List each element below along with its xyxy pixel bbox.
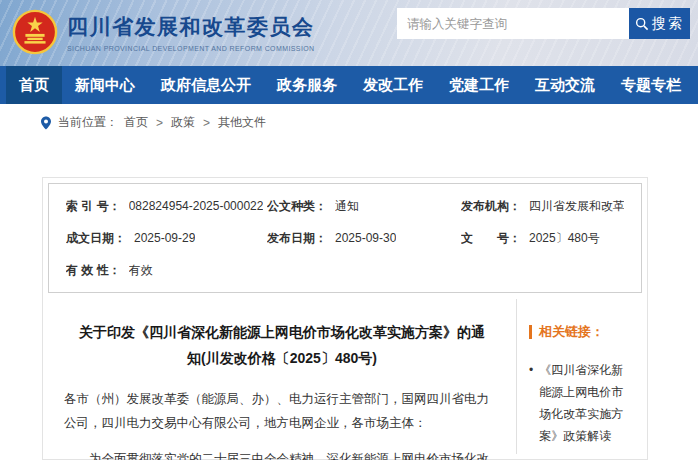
breadcrumb-other-documents[interactable]: 其他文件	[218, 114, 266, 131]
site-brand[interactable]: 四川省发展和改革委员会 SICHUAN PROVINCIAL DEVELOPME…	[12, 9, 315, 55]
site-subtitle: SICHUAN PROVINCIAL DEVELOPMENT AND REFOR…	[67, 45, 315, 52]
related-links-panel: 相关链接： • 《四川省深化新能源上网电价市场化改革实施方案》政策解读	[516, 299, 642, 454]
search-button[interactable]: 搜索	[629, 8, 690, 39]
meta-index-number: 索 引 号： 082824954-2025-000022	[66, 195, 267, 217]
breadcrumb: 当前位置： 首页 > 政策 > 其他文件	[0, 104, 698, 141]
document-meta-table: 索 引 号： 082824954-2025-000022 公文种类： 通知 发布…	[48, 183, 642, 293]
meta-validity: 有 效 性： 有效	[66, 259, 267, 281]
search-input[interactable]	[397, 8, 629, 39]
meta-written-date: 成文日期： 2025-09-29	[66, 227, 267, 249]
nav-item-data-release[interactable]: 数据发布	[694, 66, 698, 104]
nav-item-party-building[interactable]: 党建工作	[436, 66, 522, 104]
nav-item-home[interactable]: 首页	[6, 66, 62, 104]
content-container: 索 引 号： 082824954-2025-000022 公文种类： 通知 发布…	[42, 177, 648, 460]
article-column: 关于印发《四川省深化新能源上网电价市场化改革实施方案》的通知(川发改价格〔202…	[48, 299, 516, 454]
bullet-icon: •	[529, 359, 533, 447]
search-button-label: 搜索	[652, 15, 684, 33]
site-header: 四川省发展和改革委员会 SICHUAN PROVINCIAL DEVELOPME…	[0, 0, 698, 66]
related-link-policy-interpretation[interactable]: • 《四川省深化新能源上网电价市场化改革实施方案》政策解读	[529, 359, 634, 447]
search-icon	[635, 17, 649, 31]
national-emblem-icon	[12, 9, 58, 55]
breadcrumb-separator: >	[156, 116, 163, 130]
location-pin-icon	[40, 116, 52, 130]
nav-item-special-topics[interactable]: 专题专栏	[608, 66, 694, 104]
site-title: 四川省发展和改革委员会	[67, 13, 315, 41]
breadcrumb-policy[interactable]: 政策	[171, 114, 195, 131]
meta-document-number: 文 号： 2025〕480号	[461, 227, 624, 249]
meta-issuing-agency: 发布机构： 四川省发展和改革委员会 四川省…	[461, 195, 624, 217]
body-paragraph: 为全面贯彻落实党的二十届三中全会精神，深化新能源上网电价市场化改革，根据国家发展…	[48, 447, 516, 460]
breadcrumb-home[interactable]: 首页	[124, 114, 148, 131]
breadcrumb-prefix: 当前位置：	[58, 114, 118, 131]
search-bar: 搜索	[397, 8, 690, 39]
meta-publish-date: 发布日期： 2025-09-30	[267, 227, 461, 249]
document-title: 关于印发《四川省深化新能源上网电价市场化改革实施方案》的通知(川发改价格〔202…	[48, 319, 516, 371]
nav-item-gov-info-disclosure[interactable]: 政府信息公开	[148, 66, 264, 104]
breadcrumb-separator: >	[203, 116, 210, 130]
nav-item-gov-services[interactable]: 政务服务	[264, 66, 350, 104]
main-nav: 首页 新闻中心 政府信息公开 政务服务 发改工作 党建工作 互动交流 专题专栏 …	[0, 66, 698, 104]
nav-item-news[interactable]: 新闻中心	[62, 66, 148, 104]
related-links-heading: 相关链接：	[529, 325, 634, 339]
nav-item-interaction[interactable]: 互动交流	[522, 66, 608, 104]
nav-item-ndrc-work[interactable]: 发改工作	[350, 66, 436, 104]
body-paragraph: 各市（州）发展改革委（能源局、办）、电力运行主管部门，国网四川省电力公司，四川电…	[48, 387, 516, 435]
document-body: 各市（州）发展改革委（能源局、办）、电力运行主管部门，国网四川省电力公司，四川电…	[48, 387, 516, 460]
meta-document-type: 公文种类： 通知	[267, 195, 461, 217]
